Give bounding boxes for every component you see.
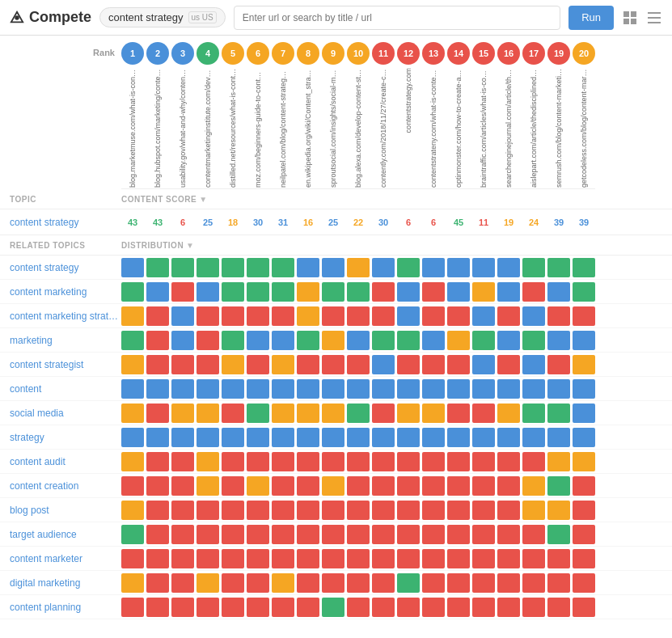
heat-cell	[573, 525, 595, 544]
url-cell-17[interactable]: aislepart.com/article/thedisciplinedcont…	[522, 68, 545, 189]
heat-cell	[497, 306, 520, 326]
url-cell-15[interactable]: braintraffic.com/articles/what-is-conten…	[472, 68, 495, 189]
related-topic-cells-5	[121, 379, 595, 399]
related-topic-label-5[interactable]: content	[0, 383, 121, 395]
url-cell-3[interactable]: usability.gov/what-and-why/content-strat…	[171, 68, 194, 189]
heat-cell	[422, 501, 445, 520]
related-topic-label-11[interactable]: target audience	[0, 529, 121, 540]
url-text-19: getcodeless.com/blog/content-marketing-s…	[580, 68, 588, 188]
url-cell-11[interactable]: contently.com/2018/11/27/create-content-…	[372, 68, 395, 189]
run-button[interactable]: Run	[568, 6, 614, 30]
heat-cell	[247, 598, 269, 617]
heat-cell	[497, 549, 520, 568]
heat-cell	[397, 501, 420, 520]
url-cell-19[interactable]: getcodeless.com/blog/content-marketing-s…	[573, 68, 595, 189]
logo-text: Compete	[29, 9, 91, 26]
heat-cell	[472, 355, 495, 374]
url-cell-1[interactable]: blog.marketmuse.com/what-is-content-str.…	[121, 68, 144, 189]
related-topic-label-7[interactable]: strategy	[0, 432, 121, 443]
heat-cell	[171, 452, 194, 471]
url-cell-6[interactable]: moz.com/beginners-guide-to-content-mar..…	[247, 68, 269, 189]
heat-cell	[272, 452, 294, 471]
related-topic-cells-13	[121, 573, 595, 593]
url-text-8: en.wikipedia.org/wiki/Content_strategy..…	[304, 68, 312, 188]
url-cell-13[interactable]: contentstrateny.com/what-is-content-stra…	[422, 68, 445, 189]
heat-cell	[146, 306, 169, 326]
url-cell-16[interactable]: searchenginejournal.com/article/thedisci…	[497, 68, 520, 189]
heat-cell	[422, 476, 445, 496]
related-topic-label-6[interactable]: social media	[0, 408, 121, 419]
url-cell-12[interactable]: contentstrategy.com	[397, 68, 420, 189]
heat-cell	[146, 573, 169, 593]
url-text-7: neilpatel.com/blog/content-strategy-a-de…	[279, 68, 287, 188]
related-topic-cells-10	[121, 501, 595, 520]
heat-cell	[573, 404, 595, 423]
related-topic-label-9[interactable]: content creation	[0, 480, 121, 492]
heat-cell	[472, 598, 495, 617]
heat-cell	[497, 379, 520, 399]
heat-cell	[322, 258, 344, 277]
heat-cell	[347, 573, 370, 593]
heat-cell	[447, 476, 470, 496]
logo-icon	[10, 11, 24, 25]
heat-cell	[247, 379, 269, 399]
svg-rect-5	[631, 19, 636, 24]
heat-cell	[522, 452, 545, 471]
url-cell-9[interactable]: sproutsocial.com/insights/social-media-c…	[322, 68, 344, 189]
heat-cell	[146, 476, 169, 496]
heat-cell	[247, 525, 269, 544]
url-cell-4[interactable]: contentmarketinginstitute.com/developing…	[197, 68, 219, 189]
related-topic-row: content	[0, 377, 672, 401]
heat-cell	[472, 258, 495, 277]
related-topic-label-2[interactable]: content marketing strategy	[0, 311, 121, 322]
related-topic-label-13[interactable]: digital marketing	[0, 577, 121, 589]
heat-cell	[573, 476, 595, 496]
related-topic-label-0[interactable]: content strategy	[0, 262, 121, 273]
heat-cell	[322, 404, 344, 423]
search-query-pill[interactable]: content strategy us US	[99, 7, 226, 27]
heat-cell	[547, 355, 570, 374]
url-cell-8[interactable]: en.wikipedia.org/wiki/Content_strategy..…	[297, 68, 319, 189]
hamburger-menu-icon[interactable]	[646, 10, 662, 26]
related-topic-label-3[interactable]: marketing	[0, 335, 121, 346]
heat-cell	[522, 282, 545, 302]
related-topic-label-10[interactable]: blog post	[0, 505, 121, 516]
related-topic-label-14[interactable]: content planning	[0, 602, 121, 613]
topic-section-header: TOPIC CONTENT SCORE ▼	[0, 189, 672, 209]
heat-cell	[547, 549, 570, 568]
heat-cell	[573, 598, 595, 617]
related-topic-label-4[interactable]: content strategist	[0, 359, 121, 370]
url-cell-5[interactable]: distilled.net/resources/what-is-content-…	[222, 68, 244, 189]
heat-cell	[422, 452, 445, 471]
heat-cell	[121, 573, 144, 593]
rank-circle-10: 10	[347, 42, 370, 65]
grid-view-icon[interactable]	[622, 10, 638, 26]
related-topic-label-12[interactable]: content marketer	[0, 553, 121, 564]
url-text-1: blog.marketmuse.com/what-is-content-str.…	[129, 68, 137, 188]
url-cell-10[interactable]: blog.alexa.com/develop-content-strategy.…	[347, 68, 370, 189]
heat-cell	[121, 331, 144, 350]
heat-cell	[121, 379, 144, 399]
url-cell-18[interactable]: semrush.com/blog/content-marketing-strat…	[547, 68, 570, 189]
heat-cell	[547, 306, 570, 326]
heat-cell	[297, 501, 319, 520]
heat-cell	[222, 428, 244, 447]
heat-cell	[272, 331, 294, 350]
url-cell-7[interactable]: neilpatel.com/blog/content-strategy-a-de…	[272, 68, 294, 189]
heat-cell	[573, 355, 595, 374]
heat-cell	[272, 549, 294, 568]
heat-cell	[347, 258, 370, 277]
heat-cell	[447, 282, 470, 302]
url-cell-2[interactable]: blog.hubspot.com/marketing/content-mark.…	[146, 68, 169, 189]
related-topic-label-1[interactable]: content marketing	[0, 286, 121, 298]
related-topic-label-8[interactable]: content audit	[0, 456, 121, 467]
svg-rect-2	[623, 11, 629, 17]
heat-cell	[547, 525, 570, 544]
heat-cell	[422, 598, 445, 617]
url-search-input[interactable]	[234, 6, 560, 30]
heat-cell	[121, 306, 144, 326]
heat-cell	[272, 355, 294, 374]
url-cell-14[interactable]: optinmonster.com/how-to-create-a-succes.…	[447, 68, 470, 189]
related-topic-cells-3	[121, 331, 595, 350]
heat-cell	[272, 476, 294, 496]
